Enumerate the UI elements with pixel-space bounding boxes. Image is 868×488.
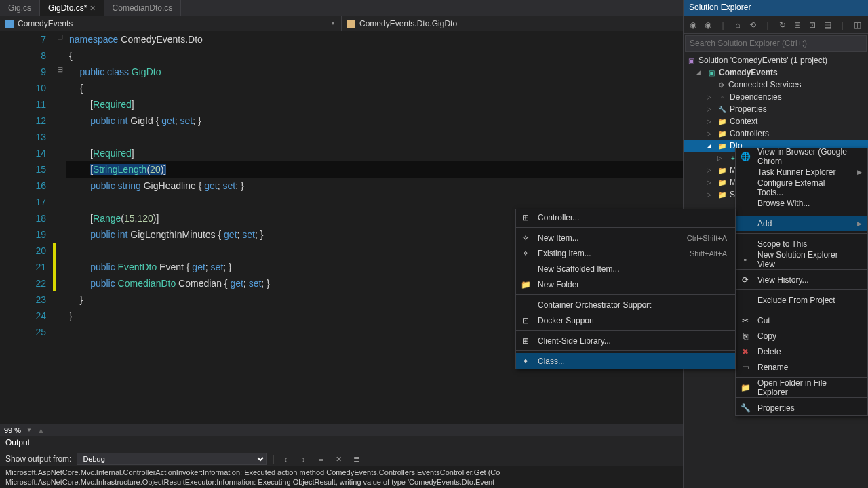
properties-icon[interactable]: ▤: [821, 18, 834, 32]
properties-node[interactable]: ▷🔧Properties: [684, 103, 868, 115]
output-panel: Output Show output from: Debug | ↕ ↕ ≡ ✕…: [0, 436, 683, 488]
preview-icon[interactable]: ◫: [850, 18, 864, 32]
existing-item-icon: ✧: [520, 248, 531, 259]
tab-gigdto[interactable]: GigDto.cs*×: [40, 0, 104, 16]
add-submenu: ⊞Controller... ✧New Item...Ctrl+Shift+A …: [515, 209, 736, 369]
show-all-icon[interactable]: ⊡: [806, 18, 819, 32]
forward-icon[interactable]: ◉: [701, 18, 715, 32]
output-wrap-icon[interactable]: ≣: [351, 453, 363, 465]
cm-copy[interactable]: ⎘Copy: [736, 328, 867, 344]
tab-gig[interactable]: Gig.cs: [0, 0, 40, 16]
cut-icon: ✂: [740, 315, 751, 326]
delete-icon: ✖: [740, 346, 751, 357]
folder-icon: 📁: [717, 141, 727, 150]
back-icon[interactable]: ◉: [686, 18, 700, 32]
cm-properties[interactable]: 🔧Properties: [736, 400, 867, 415]
folder-icon: 📁: [717, 165, 727, 175]
history-icon: ⟳: [740, 274, 751, 285]
menu-separator: [736, 233, 867, 234]
zoom-level[interactable]: 99 %: [4, 426, 21, 434]
new-item-icon: ✧: [520, 232, 531, 243]
folder-open-icon: 📁: [740, 382, 751, 393]
cm-add-controller[interactable]: ⊞Controller...: [516, 209, 735, 225]
dependencies-icon: ▫: [717, 92, 727, 102]
menu-separator: [736, 269, 867, 270]
folder-icon: 📁: [717, 190, 727, 199]
class-icon: [347, 20, 355, 28]
refresh-icon[interactable]: ↻: [776, 18, 789, 32]
output-source-select[interactable]: Debug: [77, 453, 267, 465]
zoom-dropdown-icon[interactable]: ▼: [26, 427, 32, 433]
cm-add-client-lib[interactable]: ⊞Client-Side Library...: [516, 333, 735, 348]
folder-context-menu: 🌐View in Browser (Google Chrom Task Runn…: [735, 148, 868, 416]
nav-class[interactable]: ComedyEvents.Dto.GigDto: [342, 16, 683, 30]
connected-icon: ⚙: [716, 80, 726, 89]
menu-separator: [736, 213, 867, 214]
output-clear-icon[interactable]: ✕: [333, 453, 345, 465]
project-icon: [5, 20, 14, 28]
code-nav-bar: ComedyEvents▼ ComedyEvents.Dto.GigDto: [0, 16, 683, 31]
cm-add[interactable]: Add▶: [736, 216, 867, 231]
menu-separator: [736, 310, 867, 310]
editor-tabs: Gig.cs GigDto.cs*× ComedianDto.cs: [0, 0, 683, 16]
folder-icon: 📁: [717, 117, 727, 126]
menu-separator: [736, 289, 867, 290]
wrench-icon: 🔧: [717, 104, 727, 114]
solution-search-input[interactable]: [685, 35, 867, 52]
chevron-right-icon: ▶: [857, 220, 862, 227]
rename-icon: ▭: [740, 362, 751, 373]
line-gutter: 789 101112 131415 161718 192021 222324 2…: [0, 31, 53, 424]
controller-icon: ⊞: [520, 212, 531, 223]
output-toolbar: Show output from: Debug | ↕ ↕ ≡ ✕ ≣: [0, 451, 683, 466]
docker-icon: ⊡: [520, 315, 531, 326]
output-btn-3[interactable]: ≡: [315, 453, 328, 465]
solution-node[interactable]: ▣Solution 'ComedyEvents' (1 project): [684, 54, 868, 66]
cm-cut[interactable]: ✂Cut: [736, 312, 867, 328]
fold-icon[interactable]: ⊟: [57, 33, 63, 41]
collapse-icon[interactable]: ⊟: [791, 18, 804, 32]
cm-add-new-folder[interactable]: 📁New Folder: [516, 277, 735, 292]
cm-exclude[interactable]: Exclude From Project: [736, 292, 867, 308]
output-source-label: Show output from:: [5, 454, 71, 464]
cm-add-docker[interactable]: ⊡Docker Support: [516, 312, 735, 328]
menu-separator: [736, 397, 867, 398]
folder-icon: 📁: [717, 129, 727, 138]
copy-icon: ⎘: [740, 331, 751, 342]
dependencies-node[interactable]: ▷▫Dependencies: [684, 91, 868, 103]
fold-column: ⊟ ⊟: [56, 31, 66, 424]
fold-icon[interactable]: ⊟: [57, 65, 63, 74]
output-title: Output: [0, 436, 683, 451]
context-folder-node[interactable]: ▷📁Context: [684, 115, 868, 127]
close-icon[interactable]: ×: [90, 3, 95, 14]
controllers-folder-node[interactable]: ▷📁Controllers: [684, 127, 868, 140]
cm-open-folder[interactable]: 📁Open Folder in File Explorer: [736, 380, 867, 395]
output-text: Microsoft.AspNetCore.Mvc.Internal.Contro…: [0, 466, 683, 488]
nav-namespace[interactable]: ComedyEvents▼: [0, 16, 342, 30]
output-btn-1[interactable]: ↕: [280, 453, 292, 465]
class-icon: ✦: [520, 356, 531, 367]
cm-rename[interactable]: ▭Rename: [736, 359, 867, 375]
cm-delete[interactable]: ✖Delete: [736, 344, 867, 359]
sync-icon[interactable]: ⟲: [746, 18, 760, 32]
csharp-project-icon: ▣: [707, 68, 716, 77]
window-icon: ▫: [740, 254, 751, 265]
output-btn-2[interactable]: ↕: [298, 453, 310, 465]
solution-explorer-toolbar: ◉ ◉ | ⌂ ⟲ | ↻ ⊟ ⊡ ▤ | ◫: [684, 16, 868, 34]
connected-services-node[interactable]: ⚙Connected Services: [684, 79, 868, 91]
folder-icon: 📁: [717, 178, 727, 187]
cm-add-class[interactable]: ✦Class...: [516, 353, 735, 369]
home-icon[interactable]: ⌂: [731, 18, 745, 32]
cm-view-in-browser[interactable]: 🌐View in Browser (Google Chrom: [736, 148, 867, 164]
cm-external-tools[interactable]: Configure External Tools...: [736, 180, 867, 195]
cm-add-scaffolded[interactable]: New Scaffolded Item...: [516, 261, 735, 277]
cm-browse-with[interactable]: Browse With...: [736, 195, 867, 211]
browser-icon: 🌐: [740, 151, 751, 162]
cm-add-container[interactable]: Container Orchestrator Support: [516, 297, 735, 312]
cm-add-new-item[interactable]: ✧New Item...Ctrl+Shift+A: [516, 230, 735, 245]
tab-comediandto[interactable]: ComedianDto.cs: [104, 0, 182, 16]
cm-add-existing-item[interactable]: ✧Existing Item...Shift+Alt+A: [516, 245, 735, 261]
cm-new-view[interactable]: ▫New Solution Explorer View: [736, 251, 867, 267]
cm-view-history[interactable]: ⟳View History...: [736, 272, 867, 287]
project-node[interactable]: ◢▣ComedyEvents: [684, 66, 868, 79]
solution-explorer-title: Solution Explorer: [684, 0, 868, 16]
